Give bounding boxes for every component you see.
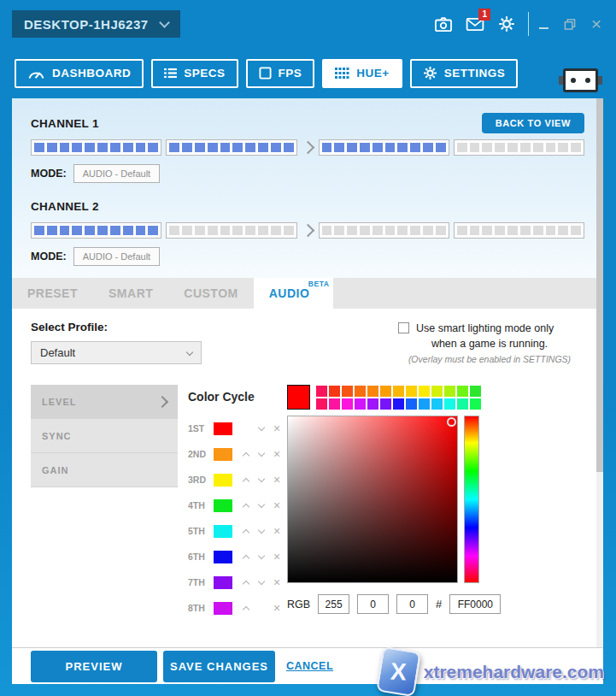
mode-tab-audio[interactable]: AUDIOBETA bbox=[254, 278, 334, 309]
profile-dropdown[interactable]: Default bbox=[31, 341, 202, 364]
restore-button[interactable] bbox=[564, 17, 576, 31]
device-selector[interactable]: DESKTOP-1HJ6237 bbox=[12, 10, 180, 38]
remove-color-button[interactable]: × bbox=[269, 602, 285, 614]
led-strip[interactable] bbox=[319, 139, 449, 156]
palette-swatch[interactable] bbox=[355, 398, 366, 410]
palette-swatch[interactable] bbox=[419, 386, 430, 397]
palette-swatch[interactable] bbox=[470, 386, 481, 397]
move-up-button[interactable] bbox=[238, 605, 254, 612]
move-down-button[interactable] bbox=[254, 452, 269, 456]
remove-color-button[interactable]: × bbox=[269, 448, 285, 460]
tab-hue[interactable]: HUE+ bbox=[322, 59, 402, 88]
save-changes-button[interactable]: SAVE CHANGES bbox=[163, 651, 275, 682]
move-down-button[interactable] bbox=[254, 555, 269, 558]
move-down-button[interactable] bbox=[254, 529, 269, 533]
preview-button[interactable]: PREVIEW bbox=[31, 651, 157, 682]
palette-swatch[interactable] bbox=[470, 398, 481, 410]
audio-menu-level[interactable]: LEVEL bbox=[31, 385, 178, 419]
slot-color-swatch[interactable] bbox=[214, 422, 232, 435]
move-up-button[interactable] bbox=[238, 553, 254, 561]
remove-color-button[interactable]: × bbox=[269, 474, 285, 486]
palette-swatch[interactable] bbox=[431, 386, 443, 397]
mail-icon[interactable]: 1 bbox=[466, 15, 484, 33]
remove-color-button[interactable]: × bbox=[269, 525, 285, 537]
led-strip[interactable] bbox=[454, 222, 584, 239]
blue-input[interactable] bbox=[396, 594, 428, 614]
palette-swatch[interactable] bbox=[419, 398, 430, 410]
cam-bot-icon[interactable] bbox=[559, 68, 602, 92]
smart-lighting-checkbox[interactable] bbox=[398, 322, 409, 333]
palette-swatch[interactable] bbox=[329, 386, 340, 397]
palette-swatch[interactable] bbox=[380, 386, 391, 397]
camera-icon[interactable] bbox=[434, 15, 453, 33]
palette-swatch[interactable] bbox=[431, 398, 443, 410]
saturation-value-picker[interactable] bbox=[287, 416, 458, 583]
slot-color-swatch[interactable] bbox=[214, 602, 232, 615]
tab-settings[interactable]: SETTINGS bbox=[410, 59, 519, 88]
hex-input[interactable] bbox=[449, 594, 501, 614]
slot-color-swatch[interactable] bbox=[214, 448, 232, 461]
led-strip[interactable] bbox=[166, 222, 296, 239]
led-strip[interactable] bbox=[166, 139, 296, 156]
close-button[interactable]: × bbox=[590, 17, 602, 31]
move-up-button[interactable] bbox=[238, 451, 254, 458]
audio-menu-sync[interactable]: SYNC bbox=[31, 419, 178, 453]
palette-swatch[interactable] bbox=[355, 386, 366, 397]
gear-icon[interactable] bbox=[497, 15, 516, 33]
move-up-button[interactable] bbox=[238, 528, 254, 535]
slot-color-swatch[interactable] bbox=[214, 576, 232, 589]
move-down-button[interactable] bbox=[254, 427, 269, 430]
move-down-button[interactable] bbox=[254, 478, 269, 481]
cancel-link[interactable]: CANCEL bbox=[286, 660, 333, 672]
palette-swatch[interactable] bbox=[444, 398, 455, 410]
remove-color-button[interactable]: × bbox=[269, 576, 285, 588]
mode-tab-smart[interactable]: SMART bbox=[93, 278, 168, 309]
palette-swatch[interactable] bbox=[316, 386, 327, 397]
palette-swatch[interactable] bbox=[367, 386, 378, 397]
palette-swatch[interactable] bbox=[457, 398, 468, 410]
audio-menu-gain[interactable]: GAIN bbox=[31, 453, 178, 487]
smart-lighting-note: (Overlay must be enabled in SETTINGS) bbox=[398, 353, 581, 366]
red-input[interactable] bbox=[318, 594, 349, 614]
remove-color-button[interactable]: × bbox=[269, 422, 285, 434]
remove-color-button[interactable]: × bbox=[269, 551, 285, 563]
palette-swatch[interactable] bbox=[367, 398, 378, 410]
tab-fps[interactable]: FPS bbox=[246, 59, 315, 88]
palette-swatch[interactable] bbox=[406, 386, 417, 397]
minimize-button[interactable] bbox=[537, 17, 549, 31]
palette-swatch[interactable] bbox=[316, 398, 327, 410]
move-up-button[interactable] bbox=[238, 502, 254, 510]
move-down-button[interactable] bbox=[254, 581, 269, 584]
back-to-view-button[interactable]: BACK TO VIEW bbox=[482, 113, 584, 133]
slot-color-swatch[interactable] bbox=[214, 525, 232, 538]
palette-swatch[interactable] bbox=[444, 386, 455, 397]
move-up-button[interactable] bbox=[238, 579, 254, 587]
move-down-button[interactable] bbox=[254, 504, 269, 507]
green-input[interactable] bbox=[357, 594, 389, 614]
led-strip[interactable] bbox=[31, 139, 161, 156]
hue-slider[interactable] bbox=[464, 416, 479, 583]
palette-swatch[interactable] bbox=[457, 386, 468, 397]
sv-cursor[interactable] bbox=[447, 417, 456, 427]
slot-color-swatch[interactable] bbox=[214, 551, 232, 563]
palette-swatch[interactable] bbox=[380, 398, 391, 410]
mode-tab-preset[interactable]: PRESET bbox=[12, 278, 93, 309]
slot-color-swatch[interactable] bbox=[214, 499, 232, 512]
remove-color-button[interactable]: × bbox=[269, 499, 285, 511]
tab-dashboard[interactable]: DASHBOARD bbox=[15, 59, 144, 88]
palette-swatch[interactable] bbox=[342, 398, 353, 410]
led-strip[interactable] bbox=[319, 222, 449, 239]
tab-specs[interactable]: SPECS bbox=[151, 59, 238, 88]
vertical-scrollbar[interactable] bbox=[596, 98, 603, 647]
led-strip[interactable] bbox=[31, 222, 161, 239]
palette-swatch[interactable] bbox=[342, 386, 353, 397]
palette-swatch[interactable] bbox=[406, 398, 417, 410]
palette-swatch[interactable] bbox=[393, 398, 404, 410]
led-strip[interactable] bbox=[454, 139, 584, 156]
mode-tab-custom[interactable]: CUSTOM bbox=[168, 278, 253, 309]
scrollbar-thumb[interactable] bbox=[596, 98, 603, 472]
palette-swatch[interactable] bbox=[393, 386, 404, 397]
palette-swatch[interactable] bbox=[329, 398, 340, 410]
slot-color-swatch[interactable] bbox=[214, 474, 232, 487]
move-up-button[interactable] bbox=[238, 476, 254, 484]
